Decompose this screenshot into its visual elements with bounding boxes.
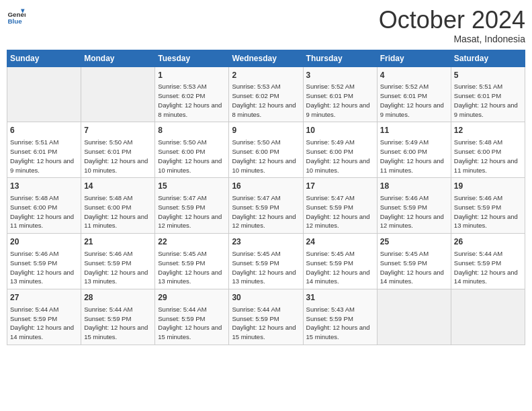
cell-content: Sunrise: 5:50 AM Sunset: 6:00 PM Dayligh…: [232, 138, 300, 175]
day-number: 28: [84, 292, 152, 304]
cell-content: Sunrise: 5:51 AM Sunset: 6:01 PM Dayligh…: [10, 138, 78, 175]
calendar-cell: 16Sunrise: 5:47 AM Sunset: 5:59 PM Dayli…: [229, 178, 303, 234]
day-number: 2: [232, 70, 300, 81]
day-number: 3: [306, 70, 374, 81]
day-number: 7: [84, 125, 152, 136]
day-number: 26: [454, 236, 522, 248]
cell-content: Sunrise: 5:45 AM Sunset: 5:59 PM Dayligh…: [232, 249, 300, 286]
day-number: 13: [10, 181, 78, 192]
cell-content: Sunrise: 5:44 AM Sunset: 5:59 PM Dayligh…: [10, 305, 78, 342]
day-number: 18: [380, 181, 448, 192]
calendar-cell: 3Sunrise: 5:52 AM Sunset: 6:01 PM Daylig…: [303, 66, 377, 122]
calendar-cell: 30Sunrise: 5:44 AM Sunset: 5:59 PM Dayli…: [229, 289, 303, 345]
cell-content: Sunrise: 5:46 AM Sunset: 5:59 PM Dayligh…: [380, 193, 448, 230]
day-number: 30: [232, 292, 300, 304]
day-number: 14: [84, 181, 152, 192]
svg-text:Blue: Blue: [7, 17, 22, 25]
calendar-cell: 5Sunrise: 5:51 AM Sunset: 6:01 PM Daylig…: [451, 66, 525, 122]
day-number: 4: [380, 70, 448, 81]
day-number: 31: [306, 292, 374, 304]
calendar-cell: 29Sunrise: 5:44 AM Sunset: 5:59 PM Dayli…: [155, 289, 229, 345]
day-number: 17: [306, 181, 374, 192]
cell-content: Sunrise: 5:46 AM Sunset: 5:59 PM Dayligh…: [84, 249, 152, 286]
logo: General Blue: [7, 7, 26, 26]
calendar-cell: 2Sunrise: 5:53 AM Sunset: 6:02 PM Daylig…: [229, 66, 303, 122]
calendar-cell: 20Sunrise: 5:46 AM Sunset: 5:59 PM Dayli…: [7, 234, 81, 289]
calendar-cell: [377, 289, 451, 345]
calendar-cell: 12Sunrise: 5:48 AM Sunset: 6:00 PM Dayli…: [451, 122, 525, 178]
cell-content: Sunrise: 5:52 AM Sunset: 6:01 PM Dayligh…: [306, 82, 374, 119]
calendar-cell: 18Sunrise: 5:46 AM Sunset: 5:59 PM Dayli…: [377, 178, 451, 234]
day-number: 21: [84, 236, 152, 248]
day-number: 27: [10, 292, 78, 304]
day-number: 23: [232, 236, 300, 248]
calendar-cell: 11Sunrise: 5:49 AM Sunset: 6:00 PM Dayli…: [377, 122, 451, 178]
calendar-cell: 4Sunrise: 5:52 AM Sunset: 6:01 PM Daylig…: [377, 66, 451, 122]
day-number: 11: [380, 125, 448, 136]
calendar-week-row: 6Sunrise: 5:51 AM Sunset: 6:01 PM Daylig…: [7, 122, 525, 178]
cell-content: Sunrise: 5:46 AM Sunset: 5:59 PM Dayligh…: [454, 193, 522, 230]
calendar-cell: 13Sunrise: 5:48 AM Sunset: 6:00 PM Dayli…: [7, 178, 81, 234]
calendar-cell: 25Sunrise: 5:45 AM Sunset: 5:59 PM Dayli…: [377, 234, 451, 289]
cell-content: Sunrise: 5:48 AM Sunset: 6:00 PM Dayligh…: [10, 193, 78, 230]
weekday-header: Tuesday: [155, 50, 229, 66]
calendar-cell: 10Sunrise: 5:49 AM Sunset: 6:00 PM Dayli…: [303, 122, 377, 178]
cell-content: Sunrise: 5:44 AM Sunset: 5:59 PM Dayligh…: [158, 305, 226, 342]
cell-content: Sunrise: 5:44 AM Sunset: 5:59 PM Dayligh…: [454, 249, 522, 286]
day-number: 1: [158, 70, 226, 81]
day-number: 5: [454, 70, 522, 81]
day-number: 15: [158, 181, 226, 192]
cell-content: Sunrise: 5:44 AM Sunset: 5:59 PM Dayligh…: [232, 305, 300, 342]
cell-content: Sunrise: 5:46 AM Sunset: 5:59 PM Dayligh…: [10, 249, 78, 286]
cell-content: Sunrise: 5:47 AM Sunset: 5:59 PM Dayligh…: [232, 193, 300, 230]
weekday-header-row: SundayMondayTuesdayWednesdayThursdayFrid…: [7, 50, 525, 66]
day-number: 6: [10, 125, 78, 136]
calendar-cell: 14Sunrise: 5:48 AM Sunset: 6:00 PM Dayli…: [81, 178, 155, 234]
cell-content: Sunrise: 5:53 AM Sunset: 6:02 PM Dayligh…: [158, 82, 226, 119]
day-number: 12: [454, 125, 522, 136]
calendar-cell: 23Sunrise: 5:45 AM Sunset: 5:59 PM Dayli…: [229, 234, 303, 289]
calendar-cell: 15Sunrise: 5:47 AM Sunset: 5:59 PM Dayli…: [155, 178, 229, 234]
calendar-cell: [451, 289, 525, 345]
calendar-cell: 8Sunrise: 5:50 AM Sunset: 6:00 PM Daylig…: [155, 122, 229, 178]
calendar-week-row: 20Sunrise: 5:46 AM Sunset: 5:59 PM Dayli…: [7, 234, 525, 289]
calendar-cell: [81, 66, 155, 122]
month-title: October 2024: [379, 7, 525, 34]
calendar-cell: 21Sunrise: 5:46 AM Sunset: 5:59 PM Dayli…: [81, 234, 155, 289]
cell-content: Sunrise: 5:50 AM Sunset: 6:00 PM Dayligh…: [158, 138, 226, 175]
day-number: 10: [306, 125, 374, 136]
cell-content: Sunrise: 5:52 AM Sunset: 6:01 PM Dayligh…: [380, 82, 448, 119]
calendar-week-row: 27Sunrise: 5:44 AM Sunset: 5:59 PM Dayli…: [7, 289, 525, 345]
calendar-cell: 24Sunrise: 5:45 AM Sunset: 5:59 PM Dayli…: [303, 234, 377, 289]
calendar-cell: 7Sunrise: 5:50 AM Sunset: 6:01 PM Daylig…: [81, 122, 155, 178]
calendar-week-row: 13Sunrise: 5:48 AM Sunset: 6:00 PM Dayli…: [7, 178, 525, 234]
day-number: 29: [158, 292, 226, 304]
day-number: 9: [232, 125, 300, 136]
calendar-cell: [7, 66, 81, 122]
cell-content: Sunrise: 5:48 AM Sunset: 6:00 PM Dayligh…: [454, 138, 522, 175]
title-block: October 2024 Masat, Indonesia: [379, 7, 525, 44]
calendar-table: SundayMondayTuesdayWednesdayThursdayFrid…: [7, 50, 525, 345]
calendar-cell: 27Sunrise: 5:44 AM Sunset: 5:59 PM Dayli…: [7, 289, 81, 345]
day-number: 25: [380, 236, 448, 248]
day-number: 8: [158, 125, 226, 136]
location: Masat, Indonesia: [379, 34, 525, 44]
cell-content: Sunrise: 5:49 AM Sunset: 6:00 PM Dayligh…: [380, 138, 448, 175]
day-number: 24: [306, 236, 374, 248]
page-header: General Blue October 2024 Masat, Indones…: [7, 7, 525, 44]
weekday-header: Friday: [377, 50, 451, 66]
day-number: 16: [232, 181, 300, 192]
cell-content: Sunrise: 5:47 AM Sunset: 5:59 PM Dayligh…: [306, 193, 374, 230]
cell-content: Sunrise: 5:49 AM Sunset: 6:00 PM Dayligh…: [306, 138, 374, 175]
calendar-week-row: 1Sunrise: 5:53 AM Sunset: 6:02 PM Daylig…: [7, 66, 525, 122]
day-number: 20: [10, 236, 78, 248]
day-number: 22: [158, 236, 226, 248]
calendar-cell: 22Sunrise: 5:45 AM Sunset: 5:59 PM Dayli…: [155, 234, 229, 289]
calendar-cell: 19Sunrise: 5:46 AM Sunset: 5:59 PM Dayli…: [451, 178, 525, 234]
cell-content: Sunrise: 5:47 AM Sunset: 5:59 PM Dayligh…: [158, 193, 226, 230]
cell-content: Sunrise: 5:51 AM Sunset: 6:01 PM Dayligh…: [454, 82, 522, 119]
weekday-header: Thursday: [303, 50, 377, 66]
calendar-cell: 31Sunrise: 5:43 AM Sunset: 5:59 PM Dayli…: [303, 289, 377, 345]
cell-content: Sunrise: 5:45 AM Sunset: 5:59 PM Dayligh…: [380, 249, 448, 286]
cell-content: Sunrise: 5:53 AM Sunset: 6:02 PM Dayligh…: [232, 82, 300, 119]
